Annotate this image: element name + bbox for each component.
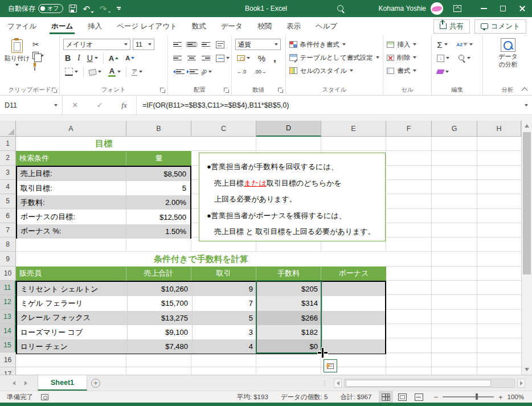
fill-color-button[interactable] <box>87 68 103 76</box>
insert-cells-button[interactable]: 挿入 <box>387 39 429 50</box>
number-format-select[interactable]: 通貨 <box>235 39 281 50</box>
row-header-7[interactable]: 7 <box>0 223 16 237</box>
format-painter-button[interactable] <box>31 62 46 71</box>
increase-decimal-button[interactable]: ←.0 <box>235 68 248 75</box>
redo-button[interactable]: ↷ <box>100 5 111 13</box>
commission-title-cell[interactable]: 条件付きで手数料を計算 <box>16 252 386 266</box>
row-header-2[interactable]: 2 <box>0 151 16 165</box>
percent-style-button[interactable]: % <box>256 54 267 63</box>
merge-center-button[interactable] <box>214 54 231 63</box>
cell[interactable]: 7 <box>193 296 257 310</box>
phonetic-dropdown-icon[interactable] <box>139 71 142 73</box>
font-color-button[interactable]: A <box>107 67 122 77</box>
splitter-dots-icon[interactable]: ⋮ <box>322 380 328 386</box>
new-sheet-button[interactable]: + <box>87 375 104 391</box>
borders-button[interactable] <box>63 67 80 76</box>
avatar[interactable] <box>431 2 443 15</box>
formula-input[interactable]: =IF(OR(B11>=$B$3,C11>=$B$4),B11*$B$5,0) <box>137 96 521 114</box>
cell[interactable]: $15,700 <box>128 296 193 310</box>
decrease-decimal-button[interactable]: .00→ <box>252 68 268 75</box>
row-header-16[interactable]: 16 <box>0 352 16 367</box>
share-button[interactable]: 共有 <box>433 19 470 34</box>
worksheet-grid[interactable]: A B C D E F G H 1 2 3 4 5 6 7 8 9 10 11 … <box>0 121 532 375</box>
autosum-dropdown-icon[interactable] <box>444 43 448 46</box>
decrease-font-button[interactable]: A <box>124 55 136 62</box>
page-layout-view-icon[interactable] <box>398 393 407 401</box>
comments-button[interactable]: コメント <box>474 19 526 34</box>
column-header-g[interactable]: G <box>432 121 477 137</box>
cancel-icon[interactable]: ✕ <box>72 101 78 109</box>
row-header-11[interactable]: 11 <box>0 281 16 295</box>
cell[interactable]: 4 <box>193 339 257 354</box>
commission-header-commission[interactable]: 手数料 <box>256 266 321 281</box>
scroll-left-button[interactable] <box>334 379 342 388</box>
cell[interactable]: ボーナス %: <box>17 224 126 239</box>
find-select-button[interactable] <box>457 54 472 62</box>
cell[interactable]: 手数料: <box>17 195 126 210</box>
prev-sheet-icon[interactable] <box>13 381 15 386</box>
bold-button[interactable]: B <box>63 54 72 63</box>
minimize-button[interactable] <box>474 0 493 17</box>
cell[interactable]: 2.00% <box>126 195 190 210</box>
cut-button[interactable]: ✂ <box>31 40 46 49</box>
fill-dropdown-icon[interactable] <box>446 57 449 59</box>
tab-help[interactable]: ヘルプ <box>308 17 345 35</box>
number-dialog-launcher-icon[interactable] <box>278 88 284 93</box>
commission-header-deals[interactable]: 取引 <box>191 266 256 281</box>
cell[interactable]: $8,500 <box>126 167 190 181</box>
cell[interactable]: 売上目標: <box>17 167 126 181</box>
phonetic-button[interactable]: ア <box>130 68 144 76</box>
format-as-table-button[interactable]: テーブルとして書式設定 <box>289 52 381 63</box>
column-header-c[interactable]: C <box>191 121 256 137</box>
horizontal-scrollbar[interactable]: ⋮ <box>322 375 532 391</box>
copy-button[interactable] <box>31 51 46 60</box>
clear-button[interactable] <box>435 69 451 75</box>
alignment-dialog-launcher-icon[interactable] <box>224 88 230 93</box>
conditional-formatting-button[interactable]: 条件付き書式 <box>289 39 381 50</box>
row-header-12[interactable]: 12 <box>0 295 16 309</box>
cell[interactable]: 3 <box>193 325 257 339</box>
paste-button[interactable]: 貼り付け <box>3 38 31 86</box>
cell-styles-button[interactable]: セルのスタイル <box>289 65 381 76</box>
paste-dropdown-icon[interactable] <box>15 64 19 66</box>
zoom-out-icon[interactable]: − <box>433 393 438 401</box>
close-button[interactable] <box>513 0 532 17</box>
comma-style-button[interactable]: , <box>272 53 278 64</box>
fill-button[interactable]: ↓ <box>435 54 451 63</box>
note-text-box[interactable]: ●営業担当者が手数料を回収するには、 売上目標 または 取引目標のどちらかを 上… <box>199 153 386 241</box>
align-top-button[interactable] <box>171 42 183 48</box>
tab-view[interactable]: 表示 <box>279 17 308 35</box>
font-color-dropdown-icon[interactable] <box>117 71 121 73</box>
maximize-button[interactable] <box>493 0 513 17</box>
font-dialog-launcher-icon[interactable] <box>160 88 166 93</box>
sort-filter-button[interactable]: AZ <box>455 42 475 48</box>
goals-title-cell[interactable]: 目標 <box>16 137 191 151</box>
sheet-tab-sheet1[interactable]: Sheet1 <box>38 375 87 391</box>
goals-header-amount[interactable]: 量 <box>126 151 191 165</box>
font-family-select[interactable]: メイリオ <box>63 39 130 50</box>
row-header-4[interactable]: 4 <box>0 180 16 194</box>
cell[interactable]: ボーナスの目標: <box>17 210 126 224</box>
undo-dropdown-icon[interactable] <box>91 11 94 13</box>
tab-page-layout[interactable]: ページ レイアウト <box>109 17 185 35</box>
enter-icon[interactable]: ✓ <box>97 101 103 109</box>
increase-font-button[interactable]: A <box>107 54 120 63</box>
data-analysis-button[interactable]: データの分析 <box>498 38 518 69</box>
cell[interactable]: 5 <box>193 311 257 325</box>
tab-data[interactable]: データ <box>214 17 250 35</box>
user-name[interactable]: Kohama Yoshie <box>379 5 426 13</box>
name-box[interactable]: D11 <box>0 96 63 114</box>
scroll-right-button[interactable] <box>517 379 525 388</box>
row-header-3[interactable]: 3 <box>0 166 16 180</box>
vertical-scrollbar-thumb[interactable] <box>523 132 531 274</box>
merge-dropdown-icon[interactable] <box>226 57 230 59</box>
zoom-level[interactable]: 100% <box>508 393 524 400</box>
clear-dropdown-icon[interactable] <box>445 71 449 73</box>
row-header-14[interactable]: 14 <box>0 324 16 338</box>
tab-home[interactable]: ホーム <box>44 17 80 35</box>
cell[interactable]: ローズマリー コブ <box>17 325 128 339</box>
zoom-in-icon[interactable]: + <box>498 393 503 401</box>
align-left-button[interactable] <box>171 55 183 61</box>
insert-function-icon[interactable]: fx <box>121 101 126 110</box>
column-header-b[interactable]: B <box>126 121 191 137</box>
